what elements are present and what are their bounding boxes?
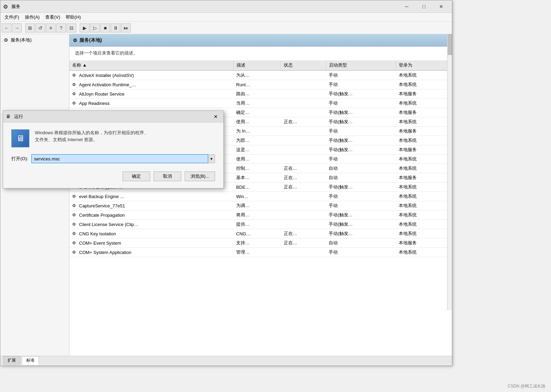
scrollbar-thumb[interactable] (448, 34, 452, 55)
tab-extend[interactable]: 扩展 (3, 356, 20, 365)
service-desc: 使用… (233, 155, 281, 164)
table-header: 名称 ▲ 描述 状态 启动类型 登录为 (69, 60, 452, 70)
run-browse-button[interactable]: 浏览(B)... (185, 172, 215, 181)
service-name: evel Backup Engine … (79, 194, 125, 199)
run-ok-button[interactable]: 确定 (123, 172, 150, 181)
table-row[interactable]: ⚙Certificate Propagation将用…手动(触发…本地系统 (69, 210, 452, 220)
stop-button[interactable]: ■ (100, 23, 110, 32)
forward-button[interactable]: → (12, 23, 22, 32)
service-status (281, 80, 326, 89)
service-startup: 手动 (326, 248, 396, 257)
service-desc: 为部… (233, 136, 281, 145)
run-title-text: 运行 (14, 114, 211, 120)
table-row[interactable]: ⚙Client License Service (Clip…提供…手动(触发…本… (69, 220, 452, 229)
run-dialog: 🖥 运行 ✕ 🖥 Windows 将根据你所输入的名称，为你打开相应的程序、 文… (3, 110, 224, 188)
service-startup: 手动(触发… (326, 183, 396, 192)
run-close-button[interactable]: ✕ (211, 112, 221, 121)
service-desc: 提供… (233, 220, 281, 229)
table-row[interactable]: ⚙App Readiness当用…手动本地系统 (69, 99, 452, 108)
service-name: CNG Key Isolation (79, 231, 116, 236)
up-button[interactable]: ⊞ (25, 23, 35, 32)
skip-end-button[interactable]: ⏭ (121, 23, 131, 32)
service-startup: 手动(触发… (326, 117, 396, 127)
description-area: 选择一个项目来查看它的描述。 (69, 47, 452, 60)
menu-help[interactable]: 帮助(H) (63, 13, 84, 21)
table-row[interactable]: ⚙ActiveX Installer (AxInstSV)为从…手动本地系统 (69, 70, 452, 80)
service-gear-icon: ⚙ (72, 250, 78, 255)
list-button[interactable]: ≡ (46, 23, 56, 32)
service-gear-icon: ⚙ (72, 91, 78, 96)
menu-action[interactable]: 操作(A) (22, 13, 42, 21)
refresh-button[interactable]: ↺ (36, 23, 45, 32)
col-startup[interactable]: 启动类型 (326, 60, 396, 70)
back-button[interactable]: ← (2, 23, 11, 32)
service-name: Client License Service (Clip… (79, 222, 138, 227)
service-login: 本地系统 (396, 220, 452, 229)
scrollbar[interactable] (447, 34, 452, 310)
service-name-cell: ⚙evel Backup Engine … (69, 192, 233, 201)
col-desc[interactable]: 描述 (233, 60, 281, 70)
service-name: COM+ System Application (79, 250, 131, 255)
content-area: ⚙ 服务(本地) ⚙ 服务(本地) 选择一个项目来查看它的描述。 名称 ▲ (0, 34, 452, 356)
tab-standard[interactable]: 标准 (22, 356, 39, 365)
collapse-button[interactable]: ⊟ (67, 23, 76, 32)
table-row[interactable]: ⚙CaptureService_77e51为调…手动本地系统 (69, 201, 452, 210)
service-status (281, 108, 326, 117)
table-row[interactable]: ⚙evel Backup Engine …Win…手动本地系统 (69, 192, 452, 201)
services-table[interactable]: 名称 ▲ 描述 状态 启动类型 登录为 ⚙ActiveX Installer (… (69, 60, 452, 356)
service-desc: 控制… (233, 164, 281, 173)
service-name: COM+ Event System (79, 241, 121, 246)
service-name-cell: ⚙ActiveX Installer (AxInstSV) (69, 70, 233, 80)
col-login[interactable]: 登录为 (396, 60, 452, 70)
service-startup: 手动(触发… (326, 89, 396, 99)
pause-button[interactable]: ⏸ (111, 23, 120, 32)
service-name-cell: ⚙COM+ System Application (69, 248, 233, 257)
close-button[interactable]: ✕ (433, 2, 449, 11)
col-status[interactable]: 状态 (281, 60, 326, 70)
minimize-button[interactable]: ─ (399, 2, 415, 11)
service-login: 本地服务 (396, 238, 452, 248)
menu-file[interactable]: 文件(F) (2, 13, 22, 21)
table-row[interactable]: ⚙COM+ Event System支持…正在…自动本地服务 (69, 238, 452, 248)
menu-view[interactable]: 查看(V) (42, 13, 63, 21)
play-button[interactable]: ▶ (80, 23, 89, 32)
service-desc: Win… (233, 192, 281, 201)
sidebar-item-services[interactable]: ⚙ 服务(本地) (2, 36, 68, 45)
service-name-cell: ⚙App Readiness (69, 99, 233, 108)
service-name-cell: ⚙Certificate Propagation (69, 210, 233, 220)
service-login: 本地服务 (396, 127, 452, 136)
service-login: 本地系统 (396, 117, 452, 127)
help-button[interactable]: ? (56, 23, 66, 32)
sidebar-item-label: 服务(本地) (11, 37, 32, 43)
run-cancel-button[interactable]: 取消 (154, 172, 181, 181)
table-row[interactable]: ⚙AllJoyn Router Service路由…手动(触发…本地服务 (69, 89, 452, 99)
service-login: 本地系统 (396, 183, 452, 192)
service-name-cell: ⚙Client License Service (Clip… (69, 220, 233, 229)
maximize-button[interactable]: □ (416, 2, 432, 11)
service-status (281, 89, 326, 99)
service-status: 正在… (281, 117, 326, 127)
panel-header: ⚙ 服务(本地) (69, 34, 452, 47)
run-input-wrapper: ▼ (31, 154, 215, 163)
service-status (281, 70, 326, 80)
service-desc: 使用… (233, 117, 281, 127)
service-desc: 将用… (233, 210, 281, 220)
run-program-icon: 🖥 (11, 129, 29, 147)
panel-gear-icon: ⚙ (73, 38, 77, 43)
service-status: 正在… (281, 238, 326, 248)
table-row[interactable]: ⚙Agent Activation Runtime_…Runt…手动本地系统 (69, 80, 452, 89)
toolbar: ← → ⊞ ↺ ≡ ? ⊟ ▶ ▷ ■ ⏸ ⏭ (0, 22, 452, 34)
service-desc: 支持… (233, 238, 281, 248)
col-name[interactable]: 名称 ▲ (69, 60, 233, 70)
table-row[interactable]: ⚙COM+ System Application管理…手动本地系统 (69, 248, 452, 257)
service-status (281, 136, 326, 145)
panel-header-label: 服务(本地) (79, 37, 102, 43)
table-row[interactable]: ⚙CNG Key IsolationCNG…正在…手动(触发…本地系统 (69, 229, 452, 238)
service-gear-icon: ⚙ (72, 213, 78, 217)
run-dropdown-button[interactable]: ▼ (208, 154, 215, 163)
service-name: App Readiness (79, 101, 109, 106)
skip-button[interactable]: ▷ (90, 23, 100, 32)
service-startup: 自动 (326, 173, 396, 183)
service-login: 本地系统 (396, 80, 452, 89)
run-input-field[interactable] (31, 154, 208, 163)
